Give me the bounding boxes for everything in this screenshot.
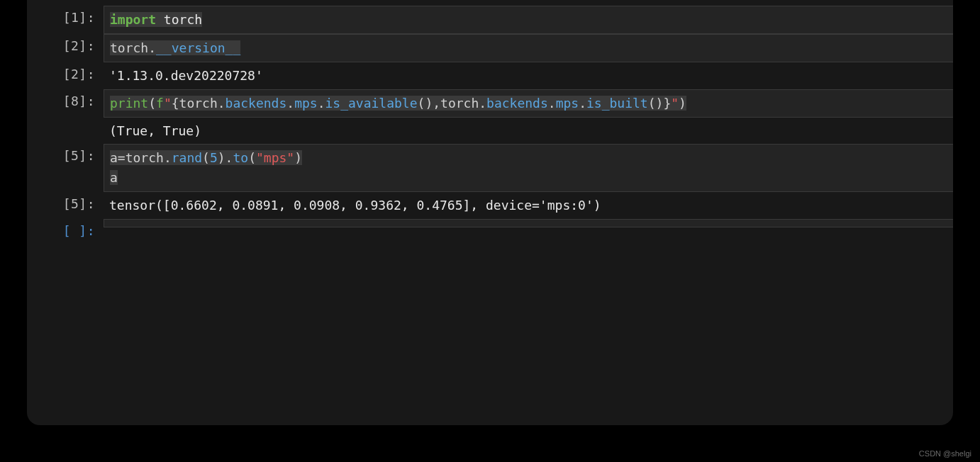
cell-prompt: [5]: xyxy=(27,144,104,163)
code-token: = xyxy=(118,150,126,165)
code-token: a xyxy=(110,170,118,185)
code-token: ( xyxy=(148,96,156,111)
code-token: f xyxy=(156,96,164,111)
code-cell: [ ]: xyxy=(27,219,953,238)
code-token: rand xyxy=(172,150,202,165)
code-token: mps xyxy=(294,96,318,111)
code-token: } xyxy=(663,96,671,111)
code-token: backends xyxy=(486,96,548,111)
jupyter-notebook: [1]:import torch[2]:torch.__version__[2]… xyxy=(27,0,953,425)
code-token: torch xyxy=(156,12,202,27)
code-line[interactable]: a=torch.rand(5).to("mps") xyxy=(110,148,947,168)
output-cell: [2]:'1.13.0.dev20220728' xyxy=(27,62,953,89)
code-token: to xyxy=(233,150,248,165)
code-line[interactable]: import torch xyxy=(110,10,947,30)
code-cell: [1]:import torch xyxy=(27,6,953,34)
code-token: . xyxy=(225,150,233,165)
code-input[interactable] xyxy=(104,219,953,227)
watermark-text: CSDN @shelgi xyxy=(919,449,971,458)
code-cell: [2]:torch.__version__ xyxy=(27,34,953,62)
code-token: ) xyxy=(679,96,686,111)
execute-result: '1.13.0.dev20220728' xyxy=(104,62,953,89)
code-token: . xyxy=(286,96,294,111)
code-input[interactable]: a=torch.rand(5).to("mps")a xyxy=(104,144,953,192)
code-input[interactable]: print(f"{torch.backends.mps.is_available… xyxy=(104,89,953,118)
cell-prompt: [2]: xyxy=(27,34,104,53)
code-token: 5 xyxy=(210,150,218,165)
cell-prompt: [8]: xyxy=(27,89,104,108)
code-token: is_available xyxy=(325,96,418,111)
code-token: torch xyxy=(440,96,479,111)
code-token: . xyxy=(548,96,556,111)
code-token: " xyxy=(671,96,679,111)
cell-prompt xyxy=(27,118,104,122)
code-token: (), xyxy=(418,96,441,111)
code-token: . xyxy=(318,96,325,111)
code-input[interactable]: import torch xyxy=(104,6,953,34)
code-token: import xyxy=(110,12,156,27)
code-token: . xyxy=(164,150,172,165)
code-token: "mps" xyxy=(256,150,294,165)
stream-output: (True, True) xyxy=(104,118,953,145)
cell-prompt: [ ]: xyxy=(27,219,104,238)
code-token: ( xyxy=(202,150,210,165)
code-token: __version__ xyxy=(156,40,240,55)
output-cell: [5]:tensor([0.6602, 0.0891, 0.0908, 0.93… xyxy=(27,192,953,219)
code-token: " xyxy=(164,96,172,111)
output-cell: (True, True) xyxy=(27,118,953,145)
code-token: is_built xyxy=(586,96,648,111)
code-token: print xyxy=(110,96,148,111)
code-token: torch xyxy=(179,96,218,111)
code-token: mps xyxy=(556,96,579,111)
execute-result: tensor([0.6602, 0.0891, 0.0908, 0.9362, … xyxy=(104,192,953,219)
code-token: torch xyxy=(126,150,164,165)
code-token: backends xyxy=(225,96,287,111)
code-token: torch xyxy=(110,40,148,55)
code-cell: [5]:a=torch.rand(5).to("mps")a xyxy=(27,144,953,192)
cell-prompt: [2]: xyxy=(27,62,104,81)
cell-prompt: [5]: xyxy=(27,192,104,211)
code-token: a xyxy=(110,150,118,165)
code-input[interactable]: torch.__version__ xyxy=(104,34,953,62)
code-line[interactable]: torch.__version__ xyxy=(110,38,947,58)
code-token: () xyxy=(648,96,664,111)
code-token: { xyxy=(172,96,179,111)
code-line[interactable]: print(f"{torch.backends.mps.is_available… xyxy=(110,94,947,113)
code-token: ( xyxy=(248,150,256,165)
code-token: ) xyxy=(218,150,225,165)
code-token: . xyxy=(479,96,486,111)
code-line[interactable]: a xyxy=(110,168,947,188)
code-cell: [8]:print(f"{torch.backends.mps.is_avail… xyxy=(27,89,953,118)
code-token: . xyxy=(148,40,156,55)
code-token: ) xyxy=(294,150,302,165)
cell-prompt: [1]: xyxy=(27,6,104,25)
code-token: . xyxy=(579,96,586,111)
code-token: . xyxy=(218,96,225,111)
